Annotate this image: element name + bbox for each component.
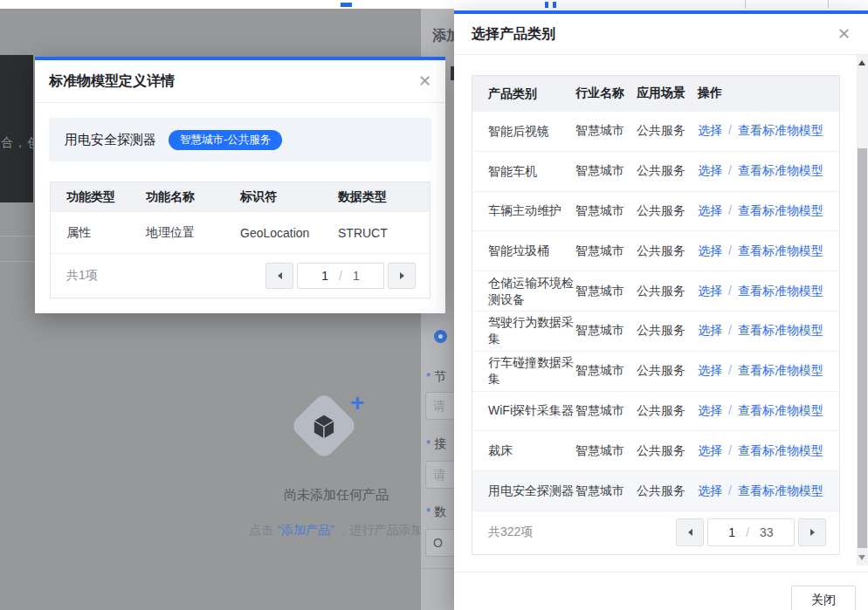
prev-page-button[interactable] [265,263,293,289]
access-input: 请 [425,461,454,489]
radio-checked-icon [434,330,447,343]
thing-model-table: 功能类型 功能名称 标识符 数据类型 属性 地理位置 GeoLocation S… [50,182,431,298]
select-link[interactable]: 选择 [698,163,722,177]
scroll-down-icon[interactable] [858,555,865,560]
close-icon[interactable]: ✕ [418,73,431,89]
scrollbar[interactable] [857,55,868,565]
table-row: 智能车机 智慧城市 公共服务 选择/查看标准物模型 [472,151,839,191]
table-footer: 共1项 1 / 1 [51,253,430,298]
category-table: 产品类别 行业名称 应用场景 操作 智能后视镜 智慧城市 公共服务 选择/查看标… [472,75,840,555]
top-clipped-strip [0,0,868,9]
detail-modal-title: 标准物模型定义详情 [49,72,175,91]
data-format-select: O [425,529,454,557]
table-row: 驾驶行为数据采集 智慧城市 公共服务 选择/查看标准物模型 [472,311,839,351]
table-row: 属性 地理位置 GeoLocation STRUCT [51,211,430,253]
pagination: 1 / 33 [676,518,826,546]
total-count: 共322项 [488,524,533,540]
page-indicator: 1 / 1 [297,263,384,289]
detail-modal: 标准物模型定义详情 ✕ 用电安全探测器 智慧城市-公共服务 功能类型 功能名称 … [35,57,445,313]
view-model-link[interactable]: 查看标准物模型 [738,284,823,298]
empty-state-title: 尚未添加任何产品 [223,487,450,504]
table-row-highlighted: 用电安全探测器 智慧城市 公共服务 选择/查看标准物模型 [472,470,839,511]
select-link[interactable]: 选择 [698,243,722,257]
category-modal-title: 选择产品类别 [472,25,555,44]
node-type-input: 请 [425,392,454,420]
table-row: 智能后视镜 智慧城市 公共服务 选择/查看标准物模型 [472,111,839,151]
form-label-node-type: *节 [426,369,446,385]
close-icon[interactable]: ✕ [837,26,851,42]
product-info-band: 用电安全探测器 智慧城市-公共服务 [49,118,431,161]
select-link[interactable]: 选择 [698,403,722,417]
scroll-up-icon[interactable] [858,60,865,65]
form-label-access: *接 [426,436,446,452]
add-product-cube-icon: + [223,384,450,471]
table-row: 车辆主动维护 智慧城市 公共服务 选择/查看标准物模型 [472,191,839,231]
view-model-link[interactable]: 查看标准物模型 [738,203,823,217]
table-row: WiFi探针采集器 智慧城市 公共服务 选择/查看标准物模型 [472,391,839,431]
add-product-link: “添加产品” [277,523,334,537]
screen: 合，创 + 尚未添加任何产品 点击 “添加产品” ，进行产品添加 添加产 *节 … [0,0,868,610]
view-model-link[interactable]: 查看标准物模型 [738,323,823,337]
drawer-title-partial: 添加产 [432,27,454,45]
select-link[interactable]: 选择 [698,203,722,217]
select-link[interactable]: 选择 [698,284,722,298]
select-link[interactable]: 选择 [698,363,722,377]
product-empty-state: + 尚未添加任何产品 点击 “添加产品” ，进行产品添加 [223,384,450,538]
product-name: 用电安全探测器 [65,132,156,148]
category-modal: 选择产品类别 ✕ 产品类别 行业名称 应用场景 操作 智能后视镜 智慧城市 公共… [454,10,868,610]
table-row: 仓储运输环境检测设备 智慧城市 公共服务 选择/查看标准物模型 [472,271,839,311]
scrollbar-thumb[interactable] [858,148,867,548]
guide-panel: 合，创 [0,55,33,202]
cube-icon [311,414,337,440]
empty-state-hint: 点击 “添加产品” ，进行产品添加 [223,523,450,538]
prev-page-button[interactable] [676,518,704,546]
view-model-link[interactable]: 查看标准物模型 [738,123,823,137]
select-link[interactable]: 选择 [698,123,722,137]
table-header: 产品类别 行业名称 应用场景 操作 [472,76,839,111]
view-model-link[interactable]: 查看标准物模型 [738,163,823,177]
form-label-data-format: *数 [426,504,446,520]
table-row: 行车碰撞数据采集 智慧城市 公共服务 选择/查看标准物模型 [472,351,839,391]
close-button[interactable]: 关闭 [791,586,856,610]
table-header: 功能类型 功能名称 标识符 数据类型 [51,182,430,211]
category-tag: 智慧城市-公共服务 [169,130,282,150]
pagination: 1 / 1 [265,263,416,289]
select-link[interactable]: 选择 [698,483,722,497]
view-model-link[interactable]: 查看标准物模型 [738,403,823,417]
guide-panel-text: 合，创 [1,135,33,151]
total-count: 共1项 [66,268,98,284]
select-link[interactable]: 选择 [698,443,722,457]
view-model-link[interactable]: 查看标准物模型 [738,243,823,257]
table-row: 裁床 智慧城市 公共服务 选择/查看标准物模型 [472,430,839,470]
table-footer: 共322项 1 / 33 [472,511,839,554]
next-page-button[interactable] [388,263,416,289]
plus-icon: + [350,391,364,415]
next-page-button[interactable] [798,518,826,546]
view-model-link[interactable]: 查看标准物模型 [738,483,823,497]
select-link[interactable]: 选择 [698,323,722,337]
table-row: 智能垃圾桶 智慧城市 公共服务 选择/查看标准物模型 [472,230,839,271]
view-model-link[interactable]: 查看标准物模型 [738,363,823,377]
page-indicator: 1 / 33 [707,518,795,546]
view-model-link[interactable]: 查看标准物模型 [738,443,823,457]
